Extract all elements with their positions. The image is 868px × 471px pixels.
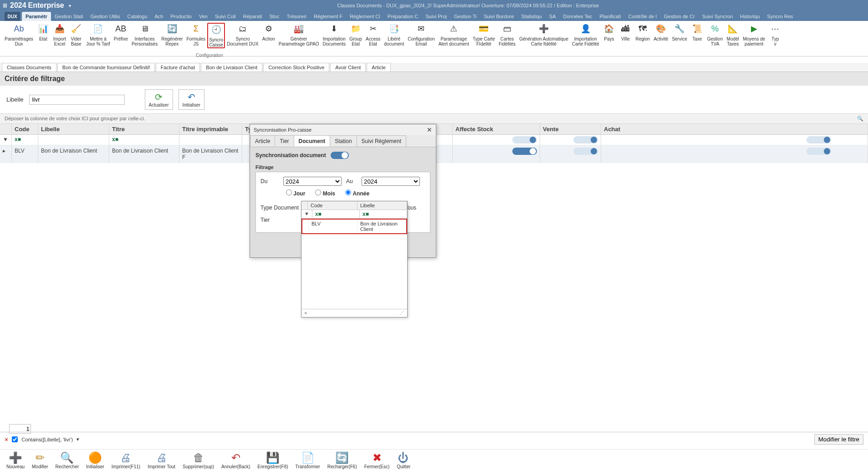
- menu-tab-ach[interactable]: Ach: [151, 12, 167, 21]
- stock-filter-toggle[interactable]: [512, 136, 537, 143]
- row-handle[interactable]: ▸: [0, 145, 12, 163]
- action-imprimer-tout[interactable]: 🖨Imprimer Tout: [145, 451, 178, 470]
- action-initialiser[interactable]: 🟠Initialiser: [83, 451, 107, 470]
- ribbon-activit-[interactable]: 🎨Activité: [652, 23, 670, 41]
- search-icon[interactable]: 🔍: [857, 116, 863, 122]
- modal-close-icon[interactable]: ✕: [427, 126, 432, 133]
- excel-icon[interactable]: x■: [15, 136, 21, 143]
- ribbon-taxe[interactable]: 📜Taxe: [689, 23, 705, 41]
- menu-tab-catalogu[interactable]: Catalogu: [123, 12, 151, 21]
- workspace-tab-avoir-client[interactable]: Avoir Client: [330, 63, 366, 72]
- action-modifier[interactable]: ✏Modifier: [29, 451, 51, 470]
- ribbon-g-n-rer[interactable]: 🏭GénérerParametrage GPAO: [277, 23, 321, 46]
- ribbon-type-carte[interactable]: 💳Type CarteFIdelité: [471, 23, 497, 46]
- filter-caret-icon[interactable]: ▾: [77, 436, 79, 442]
- vente-toggle[interactable]: [573, 148, 598, 155]
- menu-tab-règlement-f[interactable]: Règlement F: [310, 12, 346, 21]
- col-titre[interactable]: Titre: [109, 124, 179, 134]
- col-code[interactable]: Code: [12, 124, 38, 134]
- menu-tab-contrôle-de-l[interactable]: Contrôle de l: [625, 12, 660, 21]
- action-fermer-esc-[interactable]: ✖Fermer(Esc): [362, 451, 393, 470]
- excel-icon[interactable]: x■: [315, 211, 322, 217]
- ribbon-ville[interactable]: 🏙Ville: [617, 23, 633, 41]
- menu-tab-suivi-coli[interactable]: Suivi Coli: [211, 12, 240, 21]
- workspace-tab-bon-de-commande-fournisseur-definitif[interactable]: Bon de Commande fournisseur Definitif: [57, 63, 155, 72]
- workspace-tab-bon-de-livraison-client[interactable]: Bon de Livraison Client: [201, 63, 262, 72]
- ribbon-interfaces[interactable]: 🖥InterfacesPersonalisés: [130, 23, 159, 46]
- workspace-tab-article[interactable]: Article: [367, 63, 391, 72]
- reset-button[interactable]: ↶ Initialiser: [179, 89, 204, 110]
- action-enregistrer-f8-[interactable]: 💾Enregistrer(F8): [255, 451, 291, 470]
- menu-tab-sa[interactable]: SA: [546, 12, 560, 21]
- modal-tab-article[interactable]: Article: [250, 135, 275, 147]
- dropdown-col-code[interactable]: Code: [308, 201, 357, 210]
- menu-tab-suivi-proj[interactable]: Suivi Proj: [422, 12, 450, 21]
- action-annuler-back-[interactable]: ↶Annuler(Back): [219, 451, 253, 470]
- app-close-glyph[interactable]: ⊠: [3, 2, 7, 9]
- dropdown-close-icon[interactable]: ×: [304, 310, 307, 316]
- filter-checkbox[interactable]: [12, 436, 18, 442]
- menu-tab-trésoreri[interactable]: Trésoreri: [283, 12, 310, 21]
- ribbon-formules[interactable]: ΣFormulesJS: [184, 23, 207, 46]
- achat-filter-toggle[interactable]: [807, 136, 831, 143]
- workspace-tab-facture-d-achat[interactable]: Facture d'achat: [156, 63, 200, 72]
- ribbon-importation[interactable]: 👤ImportationCarte Fidélité: [570, 23, 601, 46]
- ribbon-reg-n-rer[interactable]: 🔄RegénérerRepex: [159, 23, 184, 46]
- refresh-button[interactable]: ⟳ Actualiser: [145, 89, 173, 110]
- ribbon-typ[interactable]: ⋯Typv: [767, 23, 783, 46]
- ribbon-service[interactable]: 🔧Service: [670, 23, 689, 41]
- stock-toggle[interactable]: [512, 148, 537, 155]
- ribbon-syncro[interactable]: 🕘SyncroCaisse: [207, 23, 225, 48]
- menu-tab-suivi-bordore[interactable]: Suivi Bordore: [480, 12, 518, 21]
- menu-tab-syncro-res[interactable]: Syncro Res: [764, 12, 797, 21]
- filter-funnel-icon[interactable]: ▼: [0, 135, 12, 145]
- action-supprimer-sup-[interactable]: 🗑Supprimer(sup): [180, 451, 217, 470]
- workspace-tab-classes-documents[interactable]: Classes Documents: [2, 63, 56, 72]
- du-select[interactable]: 2024: [283, 177, 342, 186]
- menu-tab-suivi-syncron[interactable]: Suivi Syncron: [699, 12, 736, 21]
- action-rechercher[interactable]: 🔍Rechercher: [53, 451, 82, 470]
- menu-tab-planificati[interactable]: Planificati: [596, 12, 625, 21]
- edit-filter-button[interactable]: Modifier le filtre: [814, 434, 863, 445]
- ribbon-vider[interactable]: 🧹ViderBase: [68, 23, 84, 46]
- sync-toggle[interactable]: [331, 152, 349, 159]
- vente-filter-toggle[interactable]: [573, 136, 598, 143]
- ribbon-action[interactable]: ⚙Action: [260, 23, 277, 41]
- action-transformer[interactable]: 📄Transformer: [293, 451, 323, 470]
- menu-tab-ven[interactable]: Ven: [195, 12, 211, 21]
- ribbon-moyens-de[interactable]: ▶Moyens depaiement: [741, 23, 767, 46]
- dropdown-col-libelle[interactable]: Libelle: [357, 201, 407, 210]
- libelle-input[interactable]: [29, 95, 125, 105]
- ribbon-mod-l[interactable]: 📐ModèlTaxes: [725, 23, 741, 46]
- menu-tab-gestion-de-cr[interactable]: Gestion de Cr: [660, 12, 699, 21]
- excel-icon[interactable]: x■: [112, 136, 118, 143]
- modal-tab-document[interactable]: Document: [294, 135, 331, 147]
- ribbon-access[interactable]: ✂AccessEtat: [364, 23, 382, 46]
- menu-tab-données-tec[interactable]: Données Tec: [560, 12, 596, 21]
- modal-tab-station[interactable]: Station: [330, 135, 357, 147]
- dropdown-row[interactable]: BLV Bon de Livraison Client: [301, 219, 407, 234]
- radio-mois[interactable]: Mois: [315, 189, 335, 197]
- menu-tab-réparati[interactable]: Réparati: [240, 12, 266, 21]
- ribbon-cartes[interactable]: 🗃CartesFidélités: [497, 23, 517, 46]
- col-vente[interactable]: Vente: [540, 124, 601, 134]
- radio-annee[interactable]: Année: [345, 189, 369, 197]
- menu-tab-gestion-utilis[interactable]: Gestion Utilis: [87, 12, 124, 21]
- modal-tab-suivi-r-glement[interactable]: Suivi Réglement: [357, 135, 406, 147]
- menu-tab-règlement-cl[interactable]: Règlement Cl: [346, 12, 384, 21]
- ribbon-syncro[interactable]: 🗂SyncroDocument DUX: [225, 23, 260, 46]
- au-select[interactable]: 2024: [362, 177, 420, 186]
- ribbon-importation[interactable]: ⬇ImportationDocuments: [321, 23, 347, 46]
- filter-close-icon[interactable]: ×: [5, 436, 8, 443]
- menu-tab-productio[interactable]: Productio: [167, 12, 195, 21]
- menu-tab-préparation-c[interactable]: Préparation C: [384, 12, 422, 21]
- menu-tab-statistiqu[interactable]: Statistiqu: [518, 12, 546, 21]
- ribbon-pr-fixe[interactable]: ABPréfixe: [112, 23, 130, 41]
- action-recharger-f6-[interactable]: 🔄Recharger(F6): [325, 451, 360, 470]
- workspace-tab-correction-stock-positive[interactable]: Correction Stock Positive: [263, 63, 329, 72]
- action-quitter[interactable]: ⏻Quitter: [394, 451, 413, 470]
- menu-tab-paramètr[interactable]: Paramètr: [22, 12, 51, 21]
- menu-tab-gestion-stati[interactable]: Gestion Stati: [51, 12, 87, 21]
- ribbon-configuration[interactable]: ✉ConfigurationEmail: [406, 23, 436, 46]
- ribbon-parametrage[interactable]: ⚠ParametrageAlert document: [437, 23, 471, 46]
